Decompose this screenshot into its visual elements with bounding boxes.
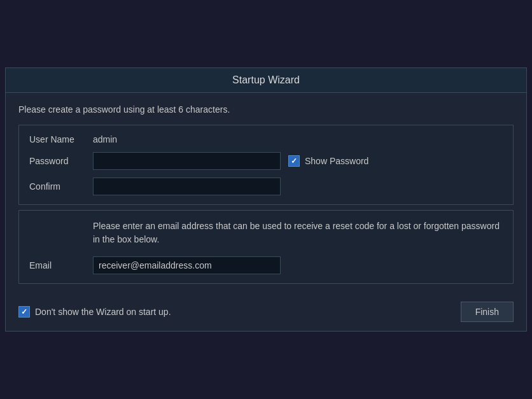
- footer-left: Don't show the Wizard on start up.: [18, 306, 171, 318]
- email-row: Email: [29, 256, 503, 274]
- dialog-title: Startup Wizard: [6, 68, 526, 93]
- dialog-footer: Don't show the Wizard on start up. Finis…: [6, 295, 526, 331]
- password-section: User Name admin Password Show Password C…: [18, 125, 514, 205]
- confirm-input[interactable]: [93, 178, 281, 195]
- password-label: Password: [29, 156, 93, 166]
- email-input[interactable]: [93, 256, 281, 274]
- username-value: admin: [93, 134, 117, 144]
- finish-button[interactable]: Finish: [461, 302, 514, 322]
- show-password-label: Show Password: [305, 156, 368, 166]
- show-password-group: Show Password: [288, 155, 368, 167]
- email-section: Please enter an email address that can b…: [18, 210, 514, 284]
- confirm-row: Confirm: [29, 178, 503, 195]
- dialog-body: Please create a password using at least …: [6, 93, 526, 295]
- username-label: User Name: [29, 134, 93, 144]
- password-row: Password Show Password: [29, 152, 503, 170]
- show-password-checkbox[interactable]: [288, 155, 300, 167]
- dont-show-checkbox[interactable]: [18, 306, 30, 318]
- email-label: Email: [29, 260, 93, 270]
- dont-show-label: Don't show the Wizard on start up.: [35, 307, 171, 317]
- password-input[interactable]: [93, 152, 281, 170]
- confirm-label: Confirm: [29, 181, 93, 192]
- email-description: Please enter an email address that can b…: [93, 220, 503, 246]
- startup-wizard-dialog: Startup Wizard Please create a password …: [5, 67, 527, 332]
- username-row: User Name admin: [29, 134, 503, 144]
- instruction-text: Please create a password using at least …: [18, 104, 514, 115]
